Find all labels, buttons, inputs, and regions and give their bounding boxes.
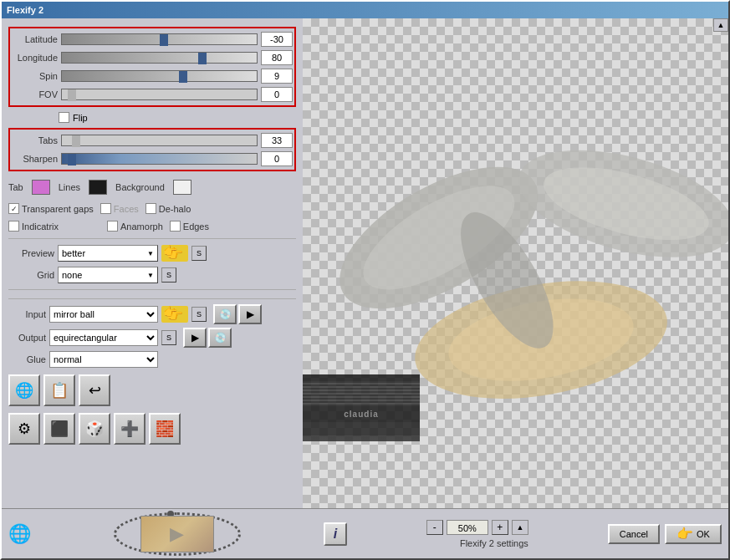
grid-row: Grid none ▼ S — [8, 266, 296, 284]
action-buttons: Cancel 👉 OK — [608, 524, 722, 544]
bottom-bar: 🌐 ▶ i - 50% + ▲ Flexify 2 settings — [2, 508, 728, 558]
sliders-group: Latitude -30 Longitude — [8, 27, 296, 107]
tabs-thumb[interactable] — [72, 135, 80, 147]
latitude-slider[interactable] — [61, 33, 258, 45]
thumbnail-area: ▶ — [110, 512, 244, 556]
tabs-label: Tabs — [12, 135, 58, 145]
latitude-track[interactable] — [61, 33, 258, 45]
separator1 — [8, 238, 296, 239]
brick-button[interactable]: 🧱 — [149, 413, 181, 445]
output-row: Output equirectangular cylindrical mirro… — [8, 328, 296, 348]
preview-reset-button[interactable]: S — [191, 246, 207, 261]
output-play-button[interactable]: ▶ — [183, 328, 207, 348]
watermark: claudia — [303, 374, 420, 441]
flip-checkbox[interactable] — [59, 112, 69, 123]
lines-color-swatch[interactable] — [89, 180, 107, 195]
dice-button[interactable]: 🎲 — [79, 413, 110, 445]
grid-arrow-icon: ▼ — [147, 272, 154, 279]
tabs-slider[interactable] — [61, 135, 258, 146]
spin-track[interactable] — [61, 70, 258, 82]
longitude-value[interactable]: 80 — [261, 50, 293, 65]
disk-button[interactable]: 💿 — [213, 304, 237, 324]
sharpen-slider[interactable] — [61, 153, 258, 165]
transparent-gaps-checkbox[interactable] — [8, 203, 19, 214]
grid-select[interactable]: none ▼ — [58, 267, 158, 283]
output-disk-button[interactable]: 💿 — [208, 328, 232, 348]
output-reset-button[interactable]: S — [161, 330, 176, 345]
watermark-text: claudia — [344, 410, 378, 419]
latitude-row: Latitude -30 — [12, 30, 293, 48]
spin-slider[interactable] — [61, 70, 258, 82]
input-reset-button[interactable]: S — [191, 307, 207, 322]
tabs-track[interactable] — [61, 135, 258, 146]
add-button[interactable]: ➕ — [114, 413, 145, 445]
input-pointer-icon[interactable]: 👉 — [161, 306, 188, 323]
output-label: Output — [8, 333, 46, 343]
left-panel: Latitude -30 Longitude — [2, 18, 303, 508]
de-halo-option: De-halo — [145, 203, 191, 214]
zoom-scroll-button[interactable]: ▲ — [512, 520, 528, 535]
input-btn-row: 💿 ▶ — [213, 304, 262, 324]
copy-button[interactable]: 📋 — [43, 374, 75, 406]
scroll-up-button[interactable]: ▲ — [713, 18, 728, 32]
play-button[interactable]: ▶ — [238, 304, 262, 324]
zoom-plus-button[interactable]: + — [492, 520, 508, 535]
preview-canvas[interactable]: claudia ▲ — [303, 18, 728, 508]
preview-label: Preview — [8, 248, 54, 258]
faces-checkbox[interactable] — [100, 203, 111, 214]
spin-thumb[interactable] — [179, 71, 187, 83]
longitude-thumb[interactable] — [198, 53, 207, 64]
anamorph-checkbox[interactable] — [107, 221, 118, 232]
flip-label: Flip — [73, 113, 88, 123]
cancel-button[interactable]: Cancel — [608, 524, 660, 544]
separator2 — [8, 289, 296, 290]
de-halo-checkbox[interactable] — [145, 203, 156, 214]
latitude-value[interactable]: -30 — [261, 32, 293, 47]
zoom-row: - 50% + ▲ — [426, 520, 528, 535]
sharpen-track[interactable] — [61, 153, 258, 165]
spin-value[interactable]: 9 — [261, 69, 293, 84]
undo-button[interactable]: ↩ — [79, 374, 110, 406]
settings-label: Flexify 2 settings — [460, 538, 528, 548]
sharpen-value[interactable]: 0 — [261, 151, 293, 166]
sharpen-thumb[interactable] — [68, 154, 76, 165]
indicatrix-checkbox[interactable] — [8, 221, 19, 232]
longitude-track[interactable] — [61, 52, 258, 64]
fov-slider[interactable] — [61, 89, 258, 100]
grid-reset-button[interactable]: S — [161, 267, 176, 283]
tab-color-swatch[interactable] — [32, 180, 50, 195]
output-select[interactable]: equirectangular cylindrical mirror ball — [49, 329, 158, 346]
thumbnail-image[interactable]: ▶ — [140, 516, 214, 552]
spin-label: Spin — [12, 71, 58, 81]
latitude-label: Latitude — [12, 34, 58, 44]
info-button[interactable]: i — [324, 522, 347, 546]
preview-select[interactable]: better ▼ — [58, 245, 158, 262]
transparent-gaps-label: Transparent gaps — [22, 204, 94, 214]
latitude-thumb[interactable] — [160, 34, 168, 46]
input-select[interactable]: mirror ball equirectangular cylindrical — [49, 306, 158, 323]
ok-label: OK — [697, 529, 710, 539]
settings-button[interactable]: ⚙ — [8, 413, 40, 445]
preview-pointer-icon[interactable]: 👉 — [161, 245, 188, 262]
preview-reset-label: S — [197, 249, 202, 257]
fov-track[interactable] — [61, 89, 258, 100]
globe-button[interactable]: 🌐 — [8, 374, 40, 406]
ok-button[interactable]: 👉 OK — [665, 524, 722, 544]
fov-thumb[interactable] — [68, 89, 76, 101]
io-section: Input mirror ball equirectangular cylind… — [8, 298, 296, 368]
fov-value[interactable]: 0 — [261, 87, 293, 102]
checkboxes-row2: Indicatrix Anamorph Edges — [8, 219, 296, 233]
fov-row: FOV 0 — [12, 85, 293, 104]
edges-checkbox[interactable] — [170, 221, 181, 232]
square-button[interactable]: ⬛ — [43, 413, 75, 445]
checkboxes-row1: Transparent gaps Faces De-halo — [8, 201, 296, 216]
glue-label: Glue — [8, 354, 46, 364]
tabs-row: Tabs 33 — [12, 131, 293, 150]
zoom-minus-button[interactable]: - — [426, 520, 443, 535]
preview-arrow-icon: ▼ — [147, 250, 154, 257]
tabs-sharpen-group: Tabs 33 Sharpen 0 — [8, 128, 296, 171]
background-color-swatch[interactable] — [173, 180, 191, 195]
tabs-value[interactable]: 33 — [261, 133, 293, 148]
longitude-slider[interactable] — [61, 52, 258, 64]
glue-select[interactable]: normal blend overlay — [49, 351, 158, 368]
